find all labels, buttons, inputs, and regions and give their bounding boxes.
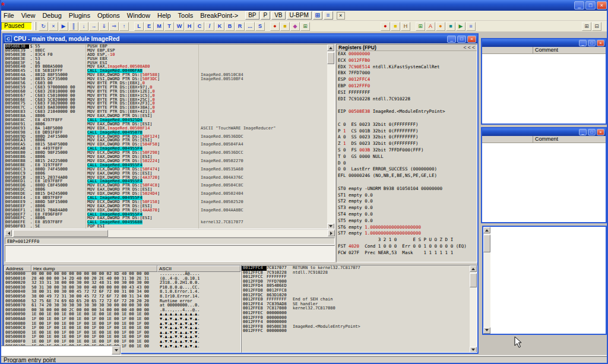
register-line[interactable]: ST0 empty -UNORM B938 01050104 00000000 (337, 186, 477, 192)
cascade-windows-icon[interactable]: ⊟ (592, 22, 601, 31)
register-line[interactable]: Z 1 DS 0023 32bit 0(FFFFFFFF) (337, 141, 477, 147)
register-line[interactable]: EBX 7FFD7000 (337, 70, 477, 77)
call-stack-panel-button[interactable]: K (215, 22, 224, 31)
register-line[interactable]: S 0 FS 003B 32bit 7FFDF000(FFF) (337, 147, 477, 154)
register-line[interactable]: EAX 00000000 (337, 51, 477, 58)
register-line[interactable]: D 0 (337, 160, 477, 167)
scroll-left-button[interactable] (5, 230, 12, 236)
register-line[interactable]: ECX 0012FFB0 (337, 58, 477, 64)
colors-icon[interactable]: ● (436, 22, 445, 31)
comment-column-header[interactable]: Comment (533, 47, 606, 53)
cpu-close-button[interactable]: × (467, 36, 476, 43)
register-line[interactable]: EBP 0012FFF0 (337, 83, 477, 90)
scroll-thumb[interactable] (13, 230, 108, 237)
hex-dump-pane[interactable]: Address Hex dump ASCII 0050000000 00 00 … (4, 265, 241, 353)
disassembly-vscrollbar[interactable] (327, 45, 334, 229)
threads-panel-button[interactable]: T (164, 22, 174, 31)
until-return-icon[interactable]: ↑ (119, 22, 129, 31)
register-line[interactable]: ST5 empty 0.0 (337, 218, 477, 224)
menu-item-help[interactable]: Help (154, 11, 175, 20)
list-icon[interactable]: ≡ (466, 22, 476, 31)
scroll-up-button[interactable] (327, 45, 334, 51)
register-line[interactable]: EDX 7C90E514 ntdll.KiFastSystemCallRet (337, 64, 477, 71)
disasm-row[interactable]: 00508E8C.E8 4397F8FFCALL ImageRed.004925… (5, 118, 328, 122)
register-line[interactable]: A 0 SS 0023 32bit 0(FFFFFFFF) (337, 134, 477, 141)
comment-window-1-titlebar[interactable]: _ □ × (482, 39, 606, 47)
menu-item-breakpoint[interactable]: BreakPoint-> (197, 11, 242, 20)
patches-panel-button[interactable]: / (205, 22, 214, 31)
menu-item-options[interactable]: Options (94, 11, 124, 20)
comment-window-2[interactable]: _ □ × Comment (481, 127, 607, 223)
register-line[interactable]: ESI FFFFFFFF (337, 90, 477, 96)
toolbar-grip[interactable] (34, 22, 36, 30)
scroll-track[interactable] (483, 233, 490, 327)
options-grid-icon[interactable]: ⊞ (300, 22, 310, 31)
register-line[interactable]: EFL 00000246 (NO,NB,E,BE,NS,PE,GE,LE) (337, 173, 477, 179)
run-icon[interactable]: ▶ (59, 22, 68, 31)
comment-window-1-body[interactable] (482, 54, 606, 124)
highlight-icon[interactable]: ■ (280, 22, 290, 31)
comment-window-1[interactable]: _ □ × Comment (481, 38, 607, 125)
scroll-up-button[interactable] (483, 227, 490, 233)
breakpoints-panel-button[interactable]: B (225, 22, 235, 31)
register-line[interactable]: ST7 empty 1.0000000000000000000 (337, 230, 477, 237)
register-line[interactable]: P 1 CS 001B 32bit 0(FFFFFFFF) (337, 128, 477, 135)
comment-marker-icon[interactable]: ◆ (290, 22, 300, 31)
menu-item-debug[interactable]: Debug (39, 11, 65, 20)
log-panel-button[interactable]: L (134, 22, 144, 31)
menu-item-tools[interactable]: Tools (175, 11, 197, 20)
scroll-thumb[interactable] (470, 273, 477, 287)
run-trace-panel-button[interactable]: ... (245, 22, 255, 31)
register-line[interactable] (337, 102, 477, 109)
handles-panel-button[interactable]: H (185, 22, 194, 31)
scroll-track[interactable] (470, 272, 477, 347)
app-titlebar[interactable]: * _ □ × (0, 0, 608, 11)
cpu-maximize-button[interactable]: □ (457, 36, 466, 43)
disasm-row[interactable]: 00508E83.C683 21040000 00MOV BYTE PTR DS… (5, 110, 328, 114)
cpu-window-titlebar[interactable]: C CPU - main thread, module ImageRed _ □… (4, 34, 477, 43)
registers-pane[interactable]: Registers (FPU) < < < EAX 00000000ECX 00… (336, 44, 477, 262)
scroll-right-button[interactable] (328, 230, 335, 236)
cpu-window[interactable]: C CPU - main thread, module ImageRed _ □… (2, 33, 479, 354)
register-line[interactable]: ST3 empty 0.0 (337, 205, 477, 211)
scheme-icon[interactable]: ■ (446, 22, 455, 31)
disasm-row[interactable]: 00508E9D.8B0D 24F15000MOV ECX,DWORD PTR … (5, 135, 328, 139)
minimize-button[interactable]: _ (574, 1, 584, 10)
scroll-track[interactable] (327, 51, 334, 223)
menu-button-p[interactable]: P (261, 11, 271, 20)
register-line[interactable]: ST4 empty 0.0 (337, 211, 477, 218)
stack-pane[interactable]: 0012FFC47C817077RETURN to kernel32.7C817… (241, 265, 477, 353)
sw2-maximize-button[interactable]: □ (588, 129, 596, 135)
register-line[interactable] (337, 115, 477, 122)
menu-button-bp[interactable]: BP (245, 11, 259, 20)
toolbar-close-button[interactable]: × (337, 12, 345, 20)
register-line[interactable]: C 0 ES 0023 32bit 0(FFFFFFFF) (337, 122, 477, 128)
disasm-row[interactable]: 00508F03.5EPOP ESI (5, 224, 328, 229)
disasm-row[interactable]: 00508E39.8BECMOV EBP,ESP (5, 49, 328, 53)
info-pane[interactable]: EBP=0012FFF0 (5, 238, 335, 245)
registers-collapse-marks[interactable]: < < < (463, 45, 475, 50)
disasm-row[interactable]: 00508E50.8B35 DCF35000MOV ESI,DWORD PTR … (5, 77, 328, 81)
mark-icon[interactable]: ■ (391, 22, 400, 31)
memory-panel-button[interactable]: M (154, 22, 164, 31)
disasm-row[interactable]: 00508E3B.83C4 F0ADD ESP,-10 (5, 53, 328, 57)
window-small-icon[interactable]: ⊞ (313, 11, 322, 20)
source-panel-button[interactable]: S (255, 22, 265, 31)
scroll-track[interactable] (12, 230, 328, 237)
close-program-icon[interactable]: × (49, 22, 58, 31)
comment-window-2-body[interactable] (482, 143, 606, 222)
command-input[interactable] (1, 346, 112, 354)
trace-over-icon[interactable]: ⇒ (109, 22, 119, 31)
disasm-row[interactable]: 00508E38$55PUSH EBP (5, 45, 328, 49)
references-panel-button[interactable]: R (235, 22, 245, 31)
disassembly-hscrollbar[interactable] (5, 230, 335, 237)
scroll-thumb[interactable] (483, 235, 490, 252)
scroll-down-button[interactable] (327, 223, 334, 229)
hit-trace-icon[interactable]: ● (381, 22, 390, 31)
close-button[interactable]: × (597, 1, 607, 10)
disasm-row[interactable]: 00508E3E.53PUSH EBX (5, 57, 328, 61)
register-line[interactable]: ST2 empty 0.0 (337, 198, 477, 205)
register-line[interactable]: ST1 empty 0.0 (337, 192, 477, 199)
disasm-row[interactable]: 00508EB0.8B0D 98F25000MOV ECX,DWORD PTR … (5, 151, 328, 155)
register-line[interactable]: EIP 00508E38 ImageRed.<ModuleEntryPoint> (337, 109, 477, 115)
